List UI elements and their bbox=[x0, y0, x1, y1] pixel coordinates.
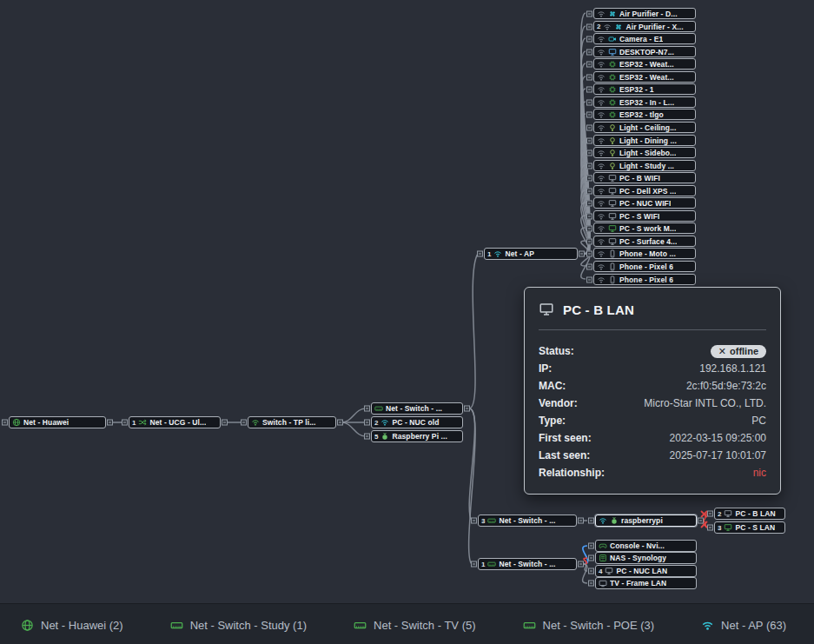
collapse-port[interactable] bbox=[122, 420, 128, 426]
collapse-port[interactable] bbox=[586, 276, 592, 282]
collapse-port[interactable] bbox=[588, 543, 594, 549]
wifi-icon bbox=[597, 276, 606, 284]
node-net-switch-b1[interactable]: 3Net - Switch - ... bbox=[478, 515, 577, 527]
collapse-port[interactable] bbox=[586, 238, 592, 244]
collapse-port[interactable] bbox=[707, 525, 713, 531]
node-net-switch-b2[interactable]: 1Net - Switch - ... bbox=[478, 558, 577, 570]
collapse-port[interactable] bbox=[586, 111, 592, 117]
node-pc-s-lan[interactable]: 3PC - S LAN bbox=[714, 521, 785, 534]
device-node-camera-e1[interactable]: Camera - E1 bbox=[593, 33, 696, 44]
collapse-port[interactable] bbox=[579, 251, 585, 257]
device-node-light-ceiling[interactable]: Light - Ceiling... bbox=[593, 122, 696, 133]
collapse-port[interactable] bbox=[107, 420, 113, 426]
collapse-port[interactable] bbox=[464, 406, 470, 412]
wifi-icon bbox=[381, 418, 389, 427]
collapse-port[interactable] bbox=[578, 518, 584, 524]
collapse-port[interactable] bbox=[588, 555, 594, 561]
divider bbox=[539, 329, 766, 330]
collapse-port[interactable] bbox=[586, 137, 592, 143]
collapse-port[interactable] bbox=[588, 568, 594, 574]
tab-net-switch-study[interactable]: Net - Switch - Study (1) bbox=[158, 604, 319, 644]
collapse-port[interactable] bbox=[707, 511, 713, 517]
collapse-port[interactable] bbox=[586, 124, 592, 130]
collapse-port[interactable] bbox=[578, 561, 584, 568]
node-net-huawei[interactable]: Net - Huawei bbox=[9, 416, 106, 428]
node-net-ucg[interactable]: 1Net - UCG - Ul... bbox=[129, 416, 221, 428]
collapse-port[interactable] bbox=[586, 175, 592, 181]
device-node-phone-pixel6-b[interactable]: Phone - Pixel 6 bbox=[593, 274, 696, 285]
node-pc-nuc-lan[interactable]: 4PC - NUC LAN bbox=[595, 565, 697, 577]
node-console-nvidia[interactable]: Console - Nvi... bbox=[595, 540, 697, 552]
collapse-port[interactable] bbox=[586, 23, 592, 30]
node-label: Switch - TP li... bbox=[262, 418, 316, 427]
device-node-pc-b-wifi[interactable]: PC - B WIFI bbox=[593, 172, 696, 183]
collapse-port[interactable] bbox=[586, 263, 592, 269]
collapse-port[interactable] bbox=[586, 149, 592, 156]
collapse-port[interactable] bbox=[364, 406, 370, 412]
collapse-port[interactable] bbox=[364, 420, 370, 426]
device-node-esp32-tlgo[interactable]: ESP32 - tlgo bbox=[593, 109, 696, 120]
node-net-switch-main[interactable]: Net - Switch - ... bbox=[371, 402, 463, 415]
collapse-port[interactable] bbox=[588, 581, 594, 587]
node-nas-synology[interactable]: NAS - Synology bbox=[595, 552, 697, 564]
collapse-port[interactable] bbox=[586, 49, 592, 55]
device-node-phone-pixel6-a[interactable]: Phone - Pixel 6 bbox=[593, 261, 696, 272]
device-node-light-sideboard[interactable]: Light - Sidebo... bbox=[593, 147, 696, 158]
device-node-air-purifier-x[interactable]: 2Air Purifier - X... bbox=[593, 21, 696, 32]
collapse-port[interactable] bbox=[586, 200, 592, 206]
tab-net-huawei[interactable]: Net - Huawei (2) bbox=[9, 604, 136, 644]
collapse-port[interactable] bbox=[364, 434, 370, 440]
collapse-port[interactable] bbox=[586, 250, 592, 256]
collapse-port[interactable] bbox=[586, 10, 592, 17]
node-net-ap[interactable]: 1Net - AP bbox=[484, 248, 578, 260]
device-node-esp32-weat1[interactable]: ESP32 - Weat... bbox=[593, 58, 696, 70]
collapse-port[interactable] bbox=[241, 420, 247, 426]
collapse-port[interactable] bbox=[588, 518, 594, 524]
device-node-pc-nuc-wifi[interactable]: PC - NUC WIFI bbox=[593, 197, 696, 209]
device-node-esp32-weat2[interactable]: ESP32 - Weat... bbox=[593, 71, 696, 83]
collapse-port[interactable] bbox=[698, 518, 704, 524]
device-node-light-study[interactable]: Light - Study ... bbox=[593, 160, 696, 171]
collapse-port[interactable] bbox=[471, 561, 477, 568]
wifi-icon bbox=[597, 10, 606, 18]
node-pc-nuc-old[interactable]: 2PC - NUC old bbox=[371, 416, 463, 428]
chip-icon bbox=[608, 60, 617, 69]
tab-net-ap[interactable]: Net - AP (63) bbox=[689, 604, 798, 644]
device-label: ESP32 - In - L... bbox=[619, 98, 674, 107]
device-node-light-dining[interactable]: Light - Dining ... bbox=[593, 135, 696, 146]
device-node-desktop[interactable]: DESKTOP-N7... bbox=[593, 46, 696, 57]
collapse-port[interactable] bbox=[586, 61, 592, 67]
collapse-port[interactable] bbox=[586, 86, 592, 92]
collapse-port[interactable] bbox=[586, 99, 592, 105]
device-node-air-purifier-d[interactable]: Air Purifier - D... bbox=[593, 8, 696, 19]
node-pc-b-lan[interactable]: 2PC - B LAN bbox=[714, 508, 785, 520]
collapse-port[interactable] bbox=[586, 225, 592, 231]
collapse-port[interactable] bbox=[222, 420, 228, 426]
device-node-pc-surface[interactable]: PC - Surface 4... bbox=[593, 236, 696, 247]
collapse-port[interactable] bbox=[2, 420, 8, 426]
node-switch-tp[interactable]: Switch - TP li... bbox=[248, 416, 336, 428]
node-raspberry-pi[interactable]: 5Raspberry Pi ... bbox=[371, 430, 463, 442]
collapse-port[interactable] bbox=[337, 420, 343, 426]
collapse-port[interactable] bbox=[586, 188, 592, 194]
wifi-icon bbox=[597, 85, 606, 94]
collapse-port[interactable] bbox=[586, 213, 592, 219]
node-raspberrypi-selected[interactable]: raspberrypi bbox=[595, 515, 697, 527]
collapse-port[interactable] bbox=[477, 251, 483, 257]
collapse-port[interactable] bbox=[586, 36, 592, 42]
tab-net-switch-tv[interactable]: Net - Switch - TV (5) bbox=[341, 604, 488, 644]
device-node-pc-s-wifi[interactable]: PC - S WIFI bbox=[593, 210, 696, 222]
device-node-phone-moto[interactable]: Phone - Moto ... bbox=[593, 248, 696, 259]
tab-net-switch-poe[interactable]: Net - Switch - POE (3) bbox=[511, 604, 667, 644]
node-tv-frame-lan[interactable]: TV - Frame LAN bbox=[595, 577, 697, 589]
device-node-esp32-1[interactable]: ESP32 - 1 bbox=[593, 83, 696, 95]
device-node-esp32-in-l[interactable]: ESP32 - In - L... bbox=[593, 96, 696, 108]
wifi-icon bbox=[597, 73, 606, 82]
device-label: ESP32 - Weat... bbox=[619, 73, 674, 82]
device-node-pc-s-work[interactable]: PC - S work M... bbox=[593, 222, 696, 234]
wifi-icon bbox=[597, 249, 606, 258]
device-node-pc-dell-xps[interactable]: PC - Dell XPS ... bbox=[593, 185, 696, 196]
collapse-port[interactable] bbox=[471, 518, 477, 524]
collapse-port[interactable] bbox=[586, 74, 592, 80]
collapse-port[interactable] bbox=[586, 163, 592, 169]
